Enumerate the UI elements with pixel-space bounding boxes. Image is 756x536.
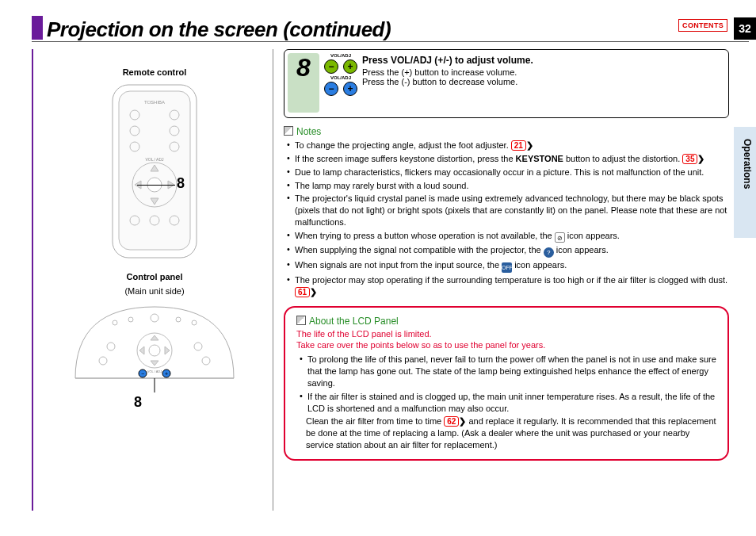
note-item: The projector may stop operating if the … <box>285 274 729 298</box>
right-column: 8 VOL/ADJ − + VOL/ADJ − + Press VOL/ADJ … <box>284 49 729 461</box>
svg-text:VOL / ADJ: VOL / ADJ <box>145 157 164 162</box>
step-8-box: 8 VOL/ADJ − + VOL/ADJ − + Press VOL/ADJ … <box>284 49 729 118</box>
side-tab-label: Operations <box>742 139 753 189</box>
control-panel-illustration: − + VOL / ADJ <box>67 299 242 394</box>
note-item: When signals are not input from the inpu… <box>285 259 729 273</box>
remote-control-illustration: TOSHIBA VOL / ADJ <box>103 82 206 264</box>
svg-text:−: − <box>141 371 144 377</box>
vol-minus-blue-icon: − <box>324 82 338 96</box>
page-title: Projection on the screen (continued) <box>47 17 391 42</box>
remote-callout-8: 8 <box>177 175 185 192</box>
svg-text:VOL / ADJ: VOL / ADJ <box>147 369 162 373</box>
svg-point-25 <box>149 345 160 356</box>
svg-text:TOSHIBA: TOSHIBA <box>144 100 165 105</box>
remote-label: Remote control <box>52 67 258 77</box>
header-accent <box>32 16 43 40</box>
notes-section: Notes To change the projecting angle, ad… <box>284 126 729 298</box>
note-item: To change the projecting angle, adjust t… <box>285 140 729 151</box>
note-item: The projector's liquid crystal panel is … <box>285 193 729 228</box>
vol-minus-green-icon: − <box>324 59 338 74</box>
lcd-panel-warning-box: About the LCD Panel The life of the LCD … <box>284 306 729 461</box>
warning-sub: The life of the LCD panel is limited. Ta… <box>296 328 716 351</box>
title-underline <box>32 41 749 42</box>
left-column: Remote control TOSHIBA VOL / ADJ <box>52 67 258 394</box>
note-item: If the screen image suffers keystone dis… <box>285 153 729 165</box>
warning-clean-line: Clean the air filter from time to time 6… <box>296 415 716 451</box>
note-item: When trying to press a button whose oper… <box>285 230 729 243</box>
step-number: 8 <box>296 55 311 80</box>
note-item: Due to lamp characteristics, flickers ma… <box>285 167 729 178</box>
vol-plus-green-icon: + <box>343 59 357 74</box>
step-number-box: 8 <box>288 53 319 113</box>
status-no-icon: ⊘ <box>555 232 565 243</box>
status-q-icon: ? <box>544 247 554 258</box>
warning-item: If the air filter is stained and is clog… <box>298 391 716 415</box>
control-panel-sublabel: (Main unit side) <box>52 286 258 296</box>
status-off-icon: OFF <box>502 262 512 273</box>
warning-heading: About the LCD Panel <box>296 316 716 327</box>
page-ref-link[interactable]: 61 <box>295 287 310 297</box>
contents-button[interactable]: CONTENTS <box>678 19 727 32</box>
step-line2: Press the (-) button to decrease volume. <box>362 77 724 86</box>
page-ref-link[interactable]: 35 <box>682 154 697 164</box>
notes-heading: Notes <box>284 126 729 137</box>
note-item: When supplying the signal not compatible… <box>285 244 729 258</box>
svg-text:+: + <box>165 371 168 377</box>
left-accent-line <box>32 49 33 511</box>
page-ref-link[interactable]: 62 <box>444 416 459 427</box>
warning-item: To prolong the life of this panel, never… <box>298 354 716 389</box>
page-number: 32 <box>734 17 756 40</box>
note-item: The lamp may rarely burst with a loud so… <box>285 180 729 192</box>
column-divider <box>273 49 273 511</box>
vol-plus-blue-icon: + <box>343 82 357 96</box>
step-title: Press VOL/ADJ (+/-) to adjust volume. <box>362 55 724 66</box>
vol-adj-graphic: VOL/ADJ − + VOL/ADJ − + <box>324 53 357 98</box>
control-panel-label: Control panel <box>52 272 258 281</box>
step-line1: Press the (+) button to increase volume. <box>362 67 724 77</box>
page-ref-link[interactable]: 21 <box>511 140 526 151</box>
panel-callout-8: 8 <box>134 394 142 411</box>
